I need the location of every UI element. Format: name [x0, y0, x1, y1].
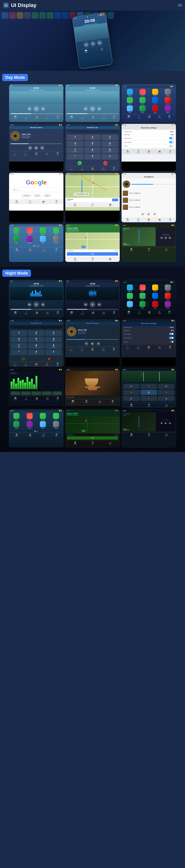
np-play[interactable]: ▶ — [164, 236, 167, 240]
nav-icon[interactable] — [178, 4, 182, 6]
night-app-youtube[interactable]: YouTube — [162, 293, 174, 300]
app-settings[interactable]: Settings — [162, 89, 174, 96]
night-dial-5[interactable]: 5JKL — [28, 337, 45, 342]
night-np-next[interactable]: ⏭ — [168, 422, 171, 425]
day-music1-next[interactable]: ⏭ — [41, 107, 45, 111]
dial-key-1[interactable]: 1 — [67, 134, 83, 140]
night-app-phone[interactable]: Phone — [136, 293, 149, 300]
night-call-btn[interactable]: 📞 — [21, 357, 25, 361]
toggle-auto-answer[interactable] — [169, 137, 174, 139]
np-next[interactable]: ⏭ — [168, 236, 171, 240]
day-music2-prev[interactable]: ⏮ — [84, 107, 88, 111]
ios-app-music[interactable]: Music — [23, 227, 36, 235]
app-phone[interactable]: Phone — [136, 97, 149, 105]
arrow-down-right[interactable]: ↘ — [158, 396, 175, 401]
night-settings-auto-connect[interactable]: Auto connect — [122, 336, 175, 340]
night-app-maps[interactable]: Maps — [124, 293, 136, 300]
hero-next-btn[interactable]: ⏭ — [97, 40, 103, 46]
dial-key-3[interactable]: 3DEF — [102, 134, 118, 140]
social-prev[interactable]: ⏮ — [141, 212, 145, 216]
night-app-photos[interactable]: Photos — [149, 284, 161, 292]
app-music[interactable]: Music — [136, 89, 149, 96]
social-track-1[interactable]: 华东_25_洗脑.mp3 — [122, 190, 176, 197]
night-coffee-go-button[interactable]: GO — [67, 436, 118, 440]
google-search-bar[interactable]: 🔍 Search... — [10, 187, 62, 192]
arrow-down-left[interactable]: ↙ — [123, 396, 140, 401]
night-coffee-go[interactable]: GO — [82, 430, 85, 432]
night-dial-2[interactable]: 2ABC — [28, 330, 45, 336]
ios-app-maps[interactable]: Maps — [50, 227, 62, 235]
social-next[interactable]: ⏭ — [153, 212, 157, 216]
night-ios-maps[interactable]: Maps — [50, 413, 62, 421]
social-track-2[interactable]: 华东_25_洗脑.mp3 — [122, 197, 176, 204]
dial-key-6[interactable]: 6MNO — [102, 141, 118, 147]
night-ios-settings[interactable]: Settings — [50, 421, 62, 429]
np-prev[interactable]: ⏮ — [160, 236, 163, 240]
night-dial-star[interactable]: * — [10, 349, 27, 355]
dial-key-4[interactable]: 4GHI — [67, 141, 83, 147]
night-music2-prev[interactable]: ⏮ — [84, 302, 88, 307]
dial-key-0[interactable]: 0+ — [84, 154, 101, 159]
app-spotify[interactable]: Spotify — [136, 105, 149, 113]
day-music2-play[interactable]: ⏸ — [90, 106, 95, 112]
night-dial-3[interactable]: 3DEF — [45, 330, 62, 336]
arrow-down[interactable]: ↓ — [140, 396, 157, 401]
night-music1-play[interactable]: ⏸ — [33, 302, 39, 307]
night-np-prev[interactable]: ⏮ — [160, 422, 163, 425]
day-bt-prev[interactable]: ⏮ — [28, 146, 32, 150]
night-np-play[interactable]: ▶ — [164, 422, 167, 425]
ios-app-podcast[interactable]: Podcast — [23, 236, 36, 243]
ios-app-messages[interactable]: Messages — [36, 227, 49, 235]
settings-auto-answer[interactable]: Auto answer — [122, 136, 175, 140]
app-maps[interactable]: Maps — [124, 97, 136, 105]
night-music1-prev[interactable]: ⏮ — [27, 302, 31, 307]
night-app-music[interactable]: Music — [136, 284, 149, 292]
day-call-btn[interactable]: 📞 — [78, 161, 82, 165]
dial-key-7[interactable]: 7PQRS — [67, 148, 83, 153]
google-shortcut-1[interactable]: YouTube — [21, 194, 31, 197]
night-app-settings[interactable]: Settings — [162, 284, 174, 292]
night-app-netflix[interactable]: Netflix — [149, 301, 161, 309]
day-music1-play[interactable]: ⏸ — [33, 106, 39, 112]
social-play[interactable]: ▶ — [147, 212, 151, 216]
night-toggle-power[interactable] — [169, 341, 174, 343]
dial-key-hash[interactable]: # — [102, 154, 118, 159]
arrow-up-right[interactable]: ↗ — [158, 384, 175, 389]
coffee-go-btn[interactable]: GO — [82, 246, 85, 248]
night-bt-prev[interactable]: ⏮ — [84, 341, 88, 346]
night-ios-music[interactable]: Music — [23, 413, 36, 421]
night-bt-next[interactable]: ⏭ — [97, 341, 101, 346]
night-dial-6[interactable]: 6MNO — [45, 337, 62, 342]
google-shortcut-2[interactable]: Gmail — [33, 194, 42, 197]
night-settings-power[interactable]: Power — [122, 340, 175, 344]
menu-icon[interactable] — [3, 2, 9, 8]
night-dial-7[interactable]: 7PQRS — [10, 343, 27, 349]
hero-prev-btn[interactable]: ⏮ — [83, 42, 89, 48]
app-bt[interactable]: BT — [149, 97, 161, 105]
night-dial-8[interactable]: 8TUV — [28, 343, 45, 349]
arrow-right[interactable]: → — [158, 390, 175, 395]
night-music1-next[interactable]: ⏭ — [41, 302, 45, 307]
app-telegram[interactable]: Telegram — [124, 89, 136, 96]
toggle-power[interactable] — [169, 145, 174, 147]
night-dial-0[interactable]: 0+ — [28, 349, 45, 355]
day-bt-next[interactable]: ⏭ — [40, 146, 44, 150]
night-settings-auto-answer[interactable]: Auto answer — [122, 332, 175, 336]
dial-key-2[interactable]: 2ABC — [84, 134, 101, 140]
night-toggle-auto-connect[interactable] — [169, 337, 174, 339]
day-music1-prev[interactable]: ⏮ — [27, 107, 31, 111]
hero-play-btn[interactable]: ⏸ — [90, 41, 96, 47]
dial-key-9[interactable]: 9WXYZ — [102, 148, 118, 153]
night-toggle-auto-answer[interactable] — [169, 333, 174, 335]
night-music2-play[interactable]: ⏸ — [90, 302, 95, 307]
app-waze[interactable]: Waze — [124, 105, 136, 113]
app-youtube[interactable]: YouTube — [162, 97, 174, 105]
app-podcast[interactable]: Podcast — [162, 105, 174, 113]
night-app-spotify[interactable]: Spotify — [136, 301, 149, 309]
settings-auto-connect[interactable]: Auto connect — [122, 140, 175, 144]
night-ios-podcast[interactable]: Podcast — [23, 421, 36, 429]
ios-app-spotify[interactable]: Spotify — [10, 236, 23, 243]
ios-app-phone[interactable]: Phone — [10, 227, 23, 235]
night-hangup-btn[interactable]: 📵 — [47, 357, 51, 361]
night-ios-messages[interactable]: Messages — [36, 413, 49, 421]
